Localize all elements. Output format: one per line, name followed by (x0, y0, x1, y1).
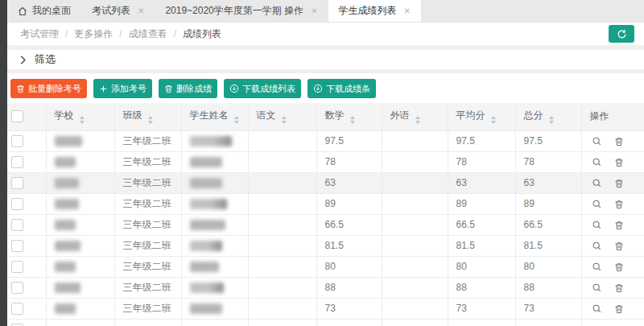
download-score-slips-button[interactable]: 下载成绩条 (308, 79, 376, 98)
sort-icon[interactable] (80, 116, 85, 124)
row-checkbox[interactable] (11, 303, 23, 315)
cell-math: 97.5 (316, 130, 382, 151)
download-score-list-button[interactable]: 下载成绩列表 (224, 79, 301, 98)
view-detail-icon[interactable] (592, 220, 602, 230)
cell-math: 78 (316, 151, 382, 172)
cell-chinese (248, 151, 316, 172)
sort-icon[interactable] (491, 116, 496, 124)
batch-delete-examno-button[interactable]: 批量删除考号 (10, 79, 87, 98)
row-checkbox[interactable] (11, 282, 23, 294)
cell-class: 三年级二班 (114, 130, 181, 151)
cell-class: 三年级二班 (114, 193, 181, 214)
cell-total: 63 (515, 172, 581, 193)
cell-class: 三年级二班 (114, 235, 181, 256)
row-checkbox[interactable] (11, 177, 23, 189)
cell-chinese (248, 256, 316, 277)
cell-average: 80 (448, 256, 515, 277)
tab-label: 学生成绩列表 (339, 4, 397, 18)
delete-row-icon[interactable] (614, 221, 624, 230)
refresh-button[interactable] (609, 25, 634, 43)
row-checkbox[interactable] (11, 156, 23, 168)
delete-row-icon[interactable] (614, 262, 624, 272)
tab-exam-list[interactable]: 考试列表 ✕ (81, 0, 155, 22)
tab-my-desktop[interactable]: 我的桌面 (7, 0, 81, 22)
table-row: 三年级二班 89 89 89 (7, 193, 644, 214)
cell-total: 89 (515, 193, 581, 214)
row-checkbox[interactable] (11, 261, 23, 273)
cell-total: 78 (515, 151, 581, 172)
sort-icon[interactable] (415, 116, 420, 124)
table-row: 三年级二班 80 80 80 (7, 256, 644, 277)
column-header-chinese[interactable]: 语文 (248, 103, 316, 130)
delete-row-icon[interactable] (614, 158, 624, 167)
breadcrumb-separator: / (65, 28, 68, 39)
cell-school (46, 277, 114, 298)
refresh-icon (617, 29, 627, 39)
row-checkbox[interactable] (11, 324, 23, 326)
column-header-student-name[interactable]: 学生姓名 (181, 103, 248, 130)
close-icon[interactable]: ✕ (404, 7, 411, 15)
column-header-average[interactable]: 平均分 (448, 103, 515, 130)
sort-icon[interactable] (234, 116, 239, 124)
delete-row-icon[interactable] (614, 200, 624, 209)
view-detail-icon[interactable] (592, 136, 602, 146)
view-detail-icon[interactable] (592, 262, 602, 272)
cell-average: 63 (448, 172, 515, 193)
sort-icon[interactable] (549, 116, 554, 124)
sort-icon[interactable] (148, 116, 153, 124)
cell-class: 三年级二班 (114, 172, 181, 193)
cell-chinese (248, 193, 316, 214)
view-detail-icon[interactable] (592, 178, 602, 188)
delete-row-icon[interactable] (614, 137, 624, 146)
table-header-row: 学校 班级 学生姓名 语文 数学 外语 平均分 总分 操作 (7, 103, 644, 130)
sort-icon[interactable] (350, 116, 355, 124)
view-detail-icon[interactable] (592, 157, 602, 167)
breadcrumb-item[interactable]: 成绩查看 (129, 27, 167, 41)
row-checkbox[interactable] (11, 135, 23, 147)
cell-student-name (181, 130, 248, 151)
column-header-class[interactable]: 班级 (114, 103, 181, 130)
delete-row-icon[interactable] (614, 283, 624, 293)
close-icon[interactable]: ✕ (311, 7, 317, 15)
breadcrumb-item[interactable]: 更多操作 (74, 27, 113, 41)
cell-math: 81.5 (316, 235, 382, 256)
delete-row-icon[interactable] (614, 179, 624, 188)
cell-foreign (382, 235, 448, 256)
cell-school (46, 130, 114, 151)
cell-foreign (382, 277, 448, 298)
column-header-foreign[interactable]: 外语 (382, 103, 448, 130)
delete-row-icon[interactable] (614, 304, 624, 314)
row-checkbox[interactable] (11, 240, 23, 252)
view-detail-icon[interactable] (592, 199, 602, 209)
sort-icon[interactable] (282, 116, 287, 124)
column-header-school[interactable]: 学校 (46, 103, 114, 130)
breadcrumb-item[interactable]: 考试管理 (20, 27, 59, 41)
tab-semester-actions[interactable]: 2019~2020学年度第一学期 操作 ✕ (155, 0, 328, 22)
add-examno-button[interactable]: 添加考号 (93, 79, 152, 98)
table-row: 三年级二班 97.5 97.5 97.5 (7, 130, 644, 151)
table-row: 三年级二班 73 73 73 (7, 298, 644, 319)
view-detail-icon[interactable] (592, 241, 602, 251)
content-panel: 批量删除考号 添加考号 删除成绩 下载成绩列表 (7, 73, 644, 326)
table-row: 三年级二班 63 63 63 (7, 172, 644, 193)
table-row: 三年级二班 66.5 66.5 66.5 (7, 214, 644, 235)
column-header-math[interactable]: 数学 (316, 103, 382, 130)
table-row: 三年级二班 81.5 81.5 81.5 (7, 235, 644, 256)
delete-row-icon[interactable] (614, 241, 624, 251)
cell-total: 88 (515, 277, 581, 298)
tab-student-scores[interactable]: 学生成绩列表 ✕ (328, 0, 421, 22)
cell-foreign (382, 256, 448, 277)
close-icon[interactable]: ✕ (138, 7, 144, 15)
view-detail-icon[interactable] (592, 303, 602, 314)
filter-toggle[interactable]: 筛选 (7, 50, 644, 69)
table-row: 三年级二班 78 78 78 (7, 151, 644, 172)
cell-math: 66.5 (316, 214, 382, 235)
row-checkbox[interactable] (11, 198, 23, 210)
cell-student-name (181, 298, 248, 319)
delete-scores-button[interactable]: 删除成绩 (159, 79, 217, 98)
cell-student-name (181, 256, 248, 277)
column-header-total[interactable]: 总分 (515, 103, 581, 130)
view-detail-icon[interactable] (592, 283, 602, 293)
row-checkbox[interactable] (11, 219, 23, 231)
select-all-checkbox[interactable] (11, 110, 23, 122)
